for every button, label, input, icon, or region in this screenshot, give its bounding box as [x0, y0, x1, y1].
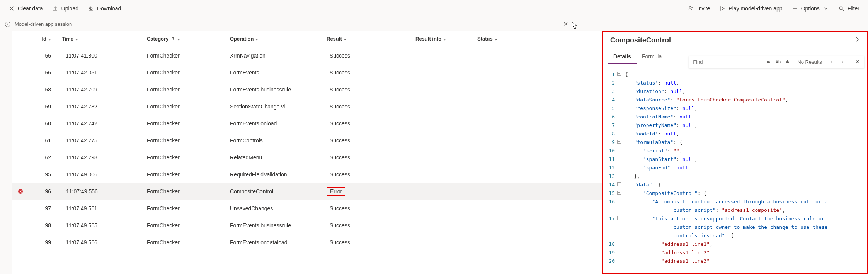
toolbar: Clear data Upload Download Invite Play m…	[0, 0, 868, 17]
find-prev-button[interactable]: ←	[828, 58, 837, 66]
table-row[interactable]: 9511:07:49.006FormCheckerRequiredFieldVa…	[12, 166, 602, 183]
cell-operation: FormEvents.businessrule	[227, 222, 323, 228]
table-row[interactable]: 5911:07:42.732FormCheckerSectionStateCha…	[12, 98, 602, 115]
error-icon: ✕	[18, 189, 23, 194]
filter-button[interactable]: Filter	[834, 3, 863, 14]
cell-result: Success	[323, 69, 412, 76]
cell-time: 11:07:42.742	[59, 118, 144, 129]
cell-operation: FormEvents.ondataload	[227, 239, 323, 245]
line-number: 14−	[603, 181, 622, 189]
cell-id: 61	[29, 137, 59, 144]
cell-operation: XrmNavigation	[227, 52, 323, 59]
upload-button[interactable]: Upload	[48, 3, 82, 14]
cell-id: 95	[29, 171, 59, 178]
line-number: 16	[603, 198, 622, 215]
events-table: Id⌄ Time⌄ Category⌄ Operation⌄ Result⌄ R…	[12, 31, 602, 274]
code-line: 10 "script": "",	[603, 147, 867, 155]
table-body: 5511:07:41.800FormCheckerXrmNavigationSu…	[12, 47, 602, 274]
panel-title: CompositeControl	[610, 36, 671, 44]
line-number: 6	[603, 113, 622, 121]
col-result-info[interactable]: Result info⌄	[412, 36, 474, 42]
download-button[interactable]: Download	[84, 3, 125, 14]
line-number: 19	[603, 249, 622, 257]
cell-result: Success	[323, 52, 412, 59]
collapse-button[interactable]	[854, 36, 860, 44]
code-line: 8 "nodeId": null,	[603, 130, 867, 138]
cell-id: 99	[29, 239, 59, 245]
table-row[interactable]: 9911:07:49.566FormCheckerFormEvents.onda…	[12, 234, 602, 251]
cell-id: 97	[29, 205, 59, 211]
tab-formula[interactable]: Formula	[637, 49, 667, 64]
table-row[interactable]: 5511:07:41.800FormCheckerXrmNavigationSu…	[12, 47, 602, 64]
col-result[interactable]: Result⌄	[323, 36, 412, 42]
fold-toggle[interactable]: −	[617, 72, 621, 76]
table-row[interactable]: 5611:07:42.051FormCheckerFormEventsSucce…	[12, 64, 602, 81]
cell-category: FormChecker	[144, 52, 227, 59]
find-bar: Aa Ab .✱ No Results ← → ≡ ✕	[689, 56, 864, 68]
code-line: 3 "duration": null,	[603, 87, 867, 96]
fold-toggle[interactable]: −	[617, 182, 621, 186]
find-input[interactable]	[689, 59, 762, 65]
fold-toggle[interactable]: −	[617, 216, 621, 220]
tab-details[interactable]: Details	[608, 49, 637, 64]
cell-time: 11:07:42.709	[59, 84, 144, 95]
code-line: 20 "address1_line3"	[603, 257, 867, 266]
line-number: 5	[603, 104, 622, 113]
clear-data-button[interactable]: Clear data	[5, 3, 47, 14]
play-label: Play model-driven app	[728, 5, 782, 12]
cell-id: 60	[29, 120, 59, 127]
cell-time: 11:07:41.800	[59, 50, 144, 61]
table-row[interactable]: ✕9611:07:49.556FormCheckerCompositeContr…	[12, 183, 602, 200]
line-number: 17−	[603, 215, 622, 240]
cell-operation: UnsavedChanges	[227, 205, 323, 211]
cell-id: 58	[29, 86, 59, 93]
col-operation[interactable]: Operation⌄	[227, 36, 323, 42]
table-row[interactable]: 5811:07:42.709FormCheckerFormEvents.busi…	[12, 81, 602, 98]
match-word-icon[interactable]: Ab	[775, 59, 781, 65]
chevron-down-icon: ⌄	[177, 37, 180, 41]
cell-category: FormChecker	[144, 154, 227, 161]
options-icon	[792, 5, 798, 12]
col-time[interactable]: Time⌄	[59, 36, 144, 42]
session-close-button[interactable]: ✕	[562, 19, 570, 29]
table-row[interactable]: 9811:07:49.565FormCheckerFormEvents.busi…	[12, 217, 602, 234]
fold-toggle[interactable]: −	[617, 140, 621, 144]
table-row[interactable]: 6011:07:42.742FormCheckerFormEvents.onlo…	[12, 115, 602, 132]
col-status[interactable]: Status⌄	[474, 36, 521, 42]
play-button[interactable]: Play model-driven app	[715, 3, 786, 14]
cell-operation: SectionStateChange.vi...	[227, 103, 323, 110]
cell-category: FormChecker	[144, 103, 227, 110]
cell-category: FormChecker	[144, 69, 227, 76]
download-label: Download	[97, 5, 121, 12]
options-button[interactable]: Options	[788, 3, 833, 14]
code-line: 19 "address1_line2",	[603, 249, 867, 257]
panel-header: CompositeControl	[603, 32, 867, 49]
session-bar: Model-driven app session ✕	[0, 17, 868, 31]
invite-button[interactable]: Invite	[684, 3, 714, 14]
col-id[interactable]: Id⌄	[29, 36, 59, 42]
code-viewer[interactable]: 1−{2 "status": null,3 "duration": null,4…	[603, 70, 867, 273]
cell-time: 11:07:49.566	[59, 237, 144, 248]
code-line: 4 "dataSource": "Forms.FormChecker.Compo…	[603, 96, 867, 104]
col-category[interactable]: Category⌄	[144, 36, 227, 42]
find-results: No Results	[793, 59, 826, 65]
table-row[interactable]: 9711:07:49.561FormCheckerUnsavedChangesS…	[12, 200, 602, 217]
line-number: 9−	[603, 138, 622, 147]
code-line: 6 "controlName": null,	[603, 113, 867, 121]
table-row[interactable]: 6211:07:42.798FormCheckerRelatedMenuSucc…	[12, 149, 602, 166]
code-line: 13 },	[603, 172, 867, 181]
cell-result: Success	[323, 205, 412, 212]
table-row[interactable]: 6111:07:42.775FormCheckerFormControlsSuc…	[12, 132, 602, 149]
code-line: 17− "This action is unsupported. Contact…	[603, 215, 867, 240]
cell-operation: CompositeControl	[227, 188, 323, 195]
regex-icon[interactable]: .✱	[784, 59, 790, 65]
find-close-button[interactable]: ✕	[854, 58, 861, 66]
match-case-icon[interactable]: Aa	[766, 59, 772, 65]
find-selection-button[interactable]: ≡	[847, 58, 853, 66]
fold-toggle[interactable]: −	[617, 191, 621, 195]
line-number: 1−	[603, 70, 622, 79]
find-next-button[interactable]: →	[837, 58, 846, 66]
code-line: 5 "responseSize": null,	[603, 104, 867, 113]
chevron-down-icon	[823, 5, 829, 12]
cell-result: Success	[323, 103, 412, 110]
